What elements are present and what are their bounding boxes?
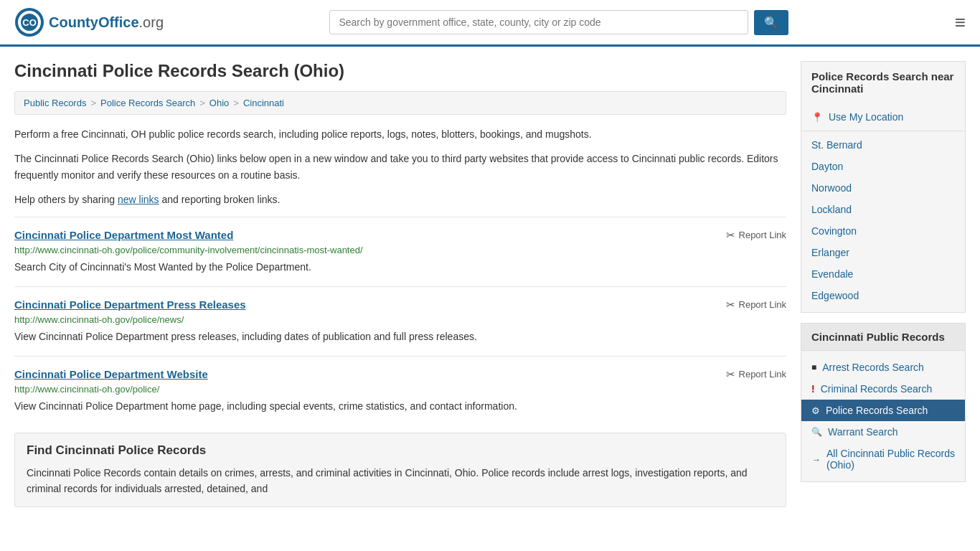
report-link-btn-2[interactable]: ✂ Report Link [726,368,786,381]
all-records-icon: → [811,454,821,465]
intro-paragraph-1: Perform a free Cincinnati, OH public pol… [14,126,786,142]
sidebar-item-erlanger[interactable]: Erlanger [801,242,965,263]
record-item-0: Cincinnati Police Department Most Wanted… [14,217,786,286]
breadcrumb-public-records[interactable]: Public Records [24,98,86,108]
sidebar-item-all-public-records[interactable]: → All Cincinnati Public Records (Ohio) [801,443,965,476]
record-title-1[interactable]: Cincinnati Police Department Press Relea… [14,298,246,311]
sidebar-item-norwood[interactable]: Norwood [801,177,965,199]
record-title-2[interactable]: Cincinnati Police Department Website [14,368,208,380]
public-records-section-title: Cincinnati Public Records [801,324,965,351]
intro-paragraph-2: The Cincinnati Police Records Search (Oh… [14,151,786,183]
new-links-link[interactable]: new links [118,194,159,205]
svg-text:CO: CO [22,17,37,28]
sidebar-item-edgewood[interactable]: Edgewood [801,285,965,306]
nearby-section: Police Records Search near Cincinnati 📍 … [801,61,966,313]
breadcrumb-cincinnati[interactable]: Cincinnati [243,98,284,108]
public-records-section: Cincinnati Public Records ■ Arrest Recor… [801,323,966,482]
logo-area[interactable]: CO CountyOffice.org [14,7,164,37]
find-section: Find Cincinnati Police Records Cincinnat… [14,433,786,508]
record-item-1: Cincinnati Police Department Press Relea… [14,286,786,356]
find-section-title: Find Cincinnati Police Records [27,443,774,458]
record-title-0[interactable]: Cincinnati Police Department Most Wanted [14,229,233,241]
criminal-records-icon: ! [811,383,815,395]
report-link-btn-0[interactable]: ✂ Report Link [726,229,786,242]
logo-icon: CO [14,7,44,37]
arrest-records-icon: ■ [811,362,816,372]
record-desc-0: Search City of Cincinnati's Most Wanted … [14,260,786,275]
record-url-2[interactable]: http://www.cincinnati-oh.gov/police/ [14,384,786,395]
logo-text: CountyOffice.org [49,14,164,31]
police-records-icon: ⚙ [811,405,820,416]
warrant-search-icon: 🔍 [811,427,822,437]
location-pin-icon: 📍 [811,112,823,123]
record-url-1[interactable]: http://www.cincinnati-oh.gov/police/news… [14,314,786,325]
record-url-0[interactable]: http://www.cincinnati-oh.gov/police/comm… [14,245,786,255]
sidebar: Police Records Search near Cincinnati 📍 … [801,61,966,507]
sidebar-item-criminal-records[interactable]: ! Criminal Records Search [801,378,965,400]
find-section-desc: Cincinnati Police Records contain detail… [27,465,774,497]
menu-icon[interactable]: ≡ [955,11,966,34]
sidebar-item-police-records[interactable]: ⚙ Police Records Search [801,400,965,421]
intro-paragraph-3: Help others by sharing new links and rep… [14,192,786,207]
record-desc-2: View Cincinnati Police Department home p… [14,399,786,414]
search-input[interactable] [329,10,748,34]
sidebar-item-lockland[interactable]: Lockland [801,199,965,220]
search-area: 🔍 [329,10,788,35]
breadcrumb: Public Records > Police Records Search >… [14,91,786,115]
record-item-2: Cincinnati Police Department Website ✂ R… [14,356,786,425]
search-button[interactable]: 🔍 [754,10,788,35]
sidebar-item-st-bernard[interactable]: St. Bernard [801,134,965,156]
sidebar-item-warrant-search[interactable]: 🔍 Warrant Search [801,421,965,443]
sidebar-item-evendale[interactable]: Evendale [801,263,965,285]
sidebar-item-covington[interactable]: Covington [801,220,965,242]
breadcrumb-ohio[interactable]: Ohio [209,98,229,108]
record-desc-1: View Cincinnati Police Department press … [14,329,786,344]
breadcrumb-police-records-search[interactable]: Police Records Search [100,98,195,108]
sidebar-item-arrest-records[interactable]: ■ Arrest Records Search [801,357,965,378]
nearby-section-title: Police Records Search near Cincinnati [811,70,955,95]
report-link-btn-1[interactable]: ✂ Report Link [726,298,786,311]
record-list: Cincinnati Police Department Most Wanted… [14,217,786,425]
sidebar-item-dayton[interactable]: Dayton [801,156,965,177]
use-my-location[interactable]: 📍 Use My Location [801,106,965,128]
page-title: Cincinnati Police Records Search (Ohio) [14,61,786,81]
